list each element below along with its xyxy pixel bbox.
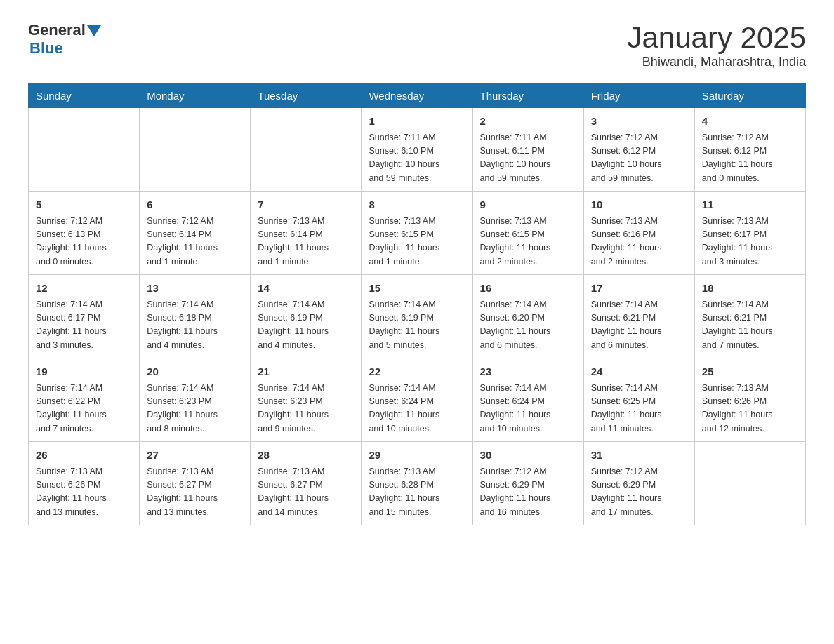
- day-number: 30: [480, 448, 576, 464]
- day-info: Sunrise: 7:14 AM Sunset: 6:19 PM Dayligh…: [369, 298, 465, 353]
- day-info: Sunrise: 7:14 AM Sunset: 6:18 PM Dayligh…: [147, 298, 243, 353]
- day-number: 22: [369, 364, 465, 380]
- day-info: Sunrise: 7:14 AM Sunset: 6:17 PM Dayligh…: [36, 298, 132, 353]
- logo-general-text: General: [28, 21, 86, 39]
- day-number: 25: [702, 364, 798, 380]
- calendar-week-row: 26Sunrise: 7:13 AM Sunset: 6:26 PM Dayli…: [29, 442, 806, 525]
- day-info: Sunrise: 7:14 AM Sunset: 6:22 PM Dayligh…: [36, 382, 132, 436]
- calendar-cell: 13Sunrise: 7:14 AM Sunset: 6:18 PM Dayli…: [140, 275, 251, 358]
- day-info: Sunrise: 7:12 AM Sunset: 6:12 PM Dayligh…: [702, 131, 798, 186]
- day-number: 15: [369, 281, 465, 297]
- day-number: 31: [591, 448, 687, 464]
- calendar-cell: 25Sunrise: 7:13 AM Sunset: 6:26 PM Dayli…: [694, 358, 805, 442]
- day-number: 23: [480, 364, 576, 380]
- day-number: 27: [147, 448, 243, 464]
- day-info: Sunrise: 7:11 AM Sunset: 6:11 PM Dayligh…: [480, 131, 576, 186]
- day-number: 1: [369, 114, 465, 130]
- day-info: Sunrise: 7:14 AM Sunset: 6:19 PM Dayligh…: [258, 298, 354, 353]
- month-title: January 2025: [627, 21, 806, 55]
- calendar-cell: 29Sunrise: 7:13 AM Sunset: 6:28 PM Dayli…: [362, 442, 472, 525]
- day-info: Sunrise: 7:12 AM Sunset: 6:29 PM Dayligh…: [591, 465, 687, 520]
- calendar-cell: 10Sunrise: 7:13 AM Sunset: 6:16 PM Dayli…: [583, 192, 694, 275]
- weekday-header-tuesday: Tuesday: [251, 84, 362, 108]
- day-info: Sunrise: 7:11 AM Sunset: 6:10 PM Dayligh…: [369, 131, 465, 186]
- weekday-header-sunday: Sunday: [29, 84, 140, 108]
- svg-marker-0: [87, 25, 101, 36]
- day-info: Sunrise: 7:13 AM Sunset: 6:15 PM Dayligh…: [480, 215, 576, 269]
- day-number: 8: [369, 197, 465, 213]
- calendar-cell: 16Sunrise: 7:14 AM Sunset: 6:20 PM Dayli…: [472, 275, 583, 358]
- calendar-cell: 26Sunrise: 7:13 AM Sunset: 6:26 PM Dayli…: [29, 442, 140, 525]
- calendar-cell: 27Sunrise: 7:13 AM Sunset: 6:27 PM Dayli…: [140, 442, 251, 525]
- calendar-cell: 2Sunrise: 7:11 AM Sunset: 6:11 PM Daylig…: [472, 108, 583, 192]
- day-number: 9: [480, 197, 576, 213]
- calendar-table: SundayMondayTuesdayWednesdayThursdayFrid…: [28, 83, 806, 525]
- calendar-cell: 1Sunrise: 7:11 AM Sunset: 6:10 PM Daylig…: [362, 108, 472, 192]
- day-info: Sunrise: 7:13 AM Sunset: 6:15 PM Dayligh…: [369, 215, 465, 269]
- day-number: 5: [36, 197, 132, 213]
- calendar-cell: 30Sunrise: 7:12 AM Sunset: 6:29 PM Dayli…: [472, 442, 583, 525]
- calendar-cell: 7Sunrise: 7:13 AM Sunset: 6:14 PM Daylig…: [251, 192, 362, 275]
- day-info: Sunrise: 7:12 AM Sunset: 6:13 PM Dayligh…: [36, 215, 132, 269]
- weekday-header-friday: Friday: [583, 84, 694, 108]
- calendar-cell: 28Sunrise: 7:13 AM Sunset: 6:27 PM Dayli…: [251, 442, 362, 525]
- day-number: 17: [591, 281, 687, 297]
- calendar-cell: 5Sunrise: 7:12 AM Sunset: 6:13 PM Daylig…: [29, 192, 140, 275]
- calendar-cell: [251, 108, 362, 192]
- logo-triangle-icon: [87, 24, 101, 38]
- calendar-cell: 11Sunrise: 7:13 AM Sunset: 6:17 PM Dayli…: [694, 192, 805, 275]
- day-number: 19: [36, 364, 132, 380]
- day-info: Sunrise: 7:13 AM Sunset: 6:26 PM Dayligh…: [36, 465, 132, 520]
- day-number: 7: [258, 197, 354, 213]
- calendar-cell: 4Sunrise: 7:12 AM Sunset: 6:12 PM Daylig…: [694, 108, 805, 192]
- day-number: 2: [480, 114, 576, 130]
- calendar-week-row: 12Sunrise: 7:14 AM Sunset: 6:17 PM Dayli…: [29, 275, 806, 358]
- location-text: Bhiwandi, Maharashtra, India: [627, 55, 806, 69]
- calendar-cell: 17Sunrise: 7:14 AM Sunset: 6:21 PM Dayli…: [583, 275, 694, 358]
- day-number: 13: [147, 281, 243, 297]
- calendar-week-row: 5Sunrise: 7:12 AM Sunset: 6:13 PM Daylig…: [29, 192, 806, 275]
- logo: General Blue: [28, 21, 101, 58]
- day-number: 12: [36, 281, 132, 297]
- day-info: Sunrise: 7:13 AM Sunset: 6:26 PM Dayligh…: [702, 382, 798, 436]
- day-number: 24: [591, 364, 687, 380]
- day-info: Sunrise: 7:14 AM Sunset: 6:20 PM Dayligh…: [480, 298, 576, 353]
- day-info: Sunrise: 7:14 AM Sunset: 6:24 PM Dayligh…: [480, 382, 576, 436]
- day-number: 10: [591, 197, 687, 213]
- weekday-header-thursday: Thursday: [472, 84, 583, 108]
- day-info: Sunrise: 7:13 AM Sunset: 6:16 PM Dayligh…: [591, 215, 687, 269]
- day-number: 11: [702, 197, 798, 213]
- day-info: Sunrise: 7:13 AM Sunset: 6:27 PM Dayligh…: [258, 465, 354, 520]
- calendar-cell: 31Sunrise: 7:12 AM Sunset: 6:29 PM Dayli…: [583, 442, 694, 525]
- calendar-cell: 15Sunrise: 7:14 AM Sunset: 6:19 PM Dayli…: [362, 275, 472, 358]
- day-number: 3: [591, 114, 687, 130]
- calendar-cell: 24Sunrise: 7:14 AM Sunset: 6:25 PM Dayli…: [583, 358, 694, 442]
- page-header: General Blue January 2025 Bhiwandi, Maha…: [28, 21, 806, 69]
- calendar-cell: 22Sunrise: 7:14 AM Sunset: 6:24 PM Dayli…: [362, 358, 472, 442]
- calendar-week-row: 1Sunrise: 7:11 AM Sunset: 6:10 PM Daylig…: [29, 108, 806, 192]
- day-info: Sunrise: 7:14 AM Sunset: 6:25 PM Dayligh…: [591, 382, 687, 436]
- day-number: 14: [258, 281, 354, 297]
- day-number: 16: [480, 281, 576, 297]
- day-number: 6: [147, 197, 243, 213]
- day-info: Sunrise: 7:13 AM Sunset: 6:28 PM Dayligh…: [369, 465, 465, 520]
- weekday-header-wednesday: Wednesday: [362, 84, 472, 108]
- calendar-cell: 9Sunrise: 7:13 AM Sunset: 6:15 PM Daylig…: [472, 192, 583, 275]
- day-info: Sunrise: 7:13 AM Sunset: 6:14 PM Dayligh…: [258, 215, 354, 269]
- calendar-cell: [694, 442, 805, 525]
- day-info: Sunrise: 7:13 AM Sunset: 6:27 PM Dayligh…: [147, 465, 243, 520]
- weekday-header-monday: Monday: [140, 84, 251, 108]
- calendar-cell: 19Sunrise: 7:14 AM Sunset: 6:22 PM Dayli…: [29, 358, 140, 442]
- day-number: 20: [147, 364, 243, 380]
- calendar-week-row: 19Sunrise: 7:14 AM Sunset: 6:22 PM Dayli…: [29, 358, 806, 442]
- day-number: 28: [258, 448, 354, 464]
- day-number: 29: [369, 448, 465, 464]
- calendar-cell: 18Sunrise: 7:14 AM Sunset: 6:21 PM Dayli…: [694, 275, 805, 358]
- calendar-cell: 8Sunrise: 7:13 AM Sunset: 6:15 PM Daylig…: [362, 192, 472, 275]
- day-info: Sunrise: 7:12 AM Sunset: 6:29 PM Dayligh…: [480, 465, 576, 520]
- day-number: 18: [702, 281, 798, 297]
- calendar-cell: 6Sunrise: 7:12 AM Sunset: 6:14 PM Daylig…: [140, 192, 251, 275]
- calendar-cell: [29, 108, 140, 192]
- calendar-cell: 3Sunrise: 7:12 AM Sunset: 6:12 PM Daylig…: [583, 108, 694, 192]
- day-number: 21: [258, 364, 354, 380]
